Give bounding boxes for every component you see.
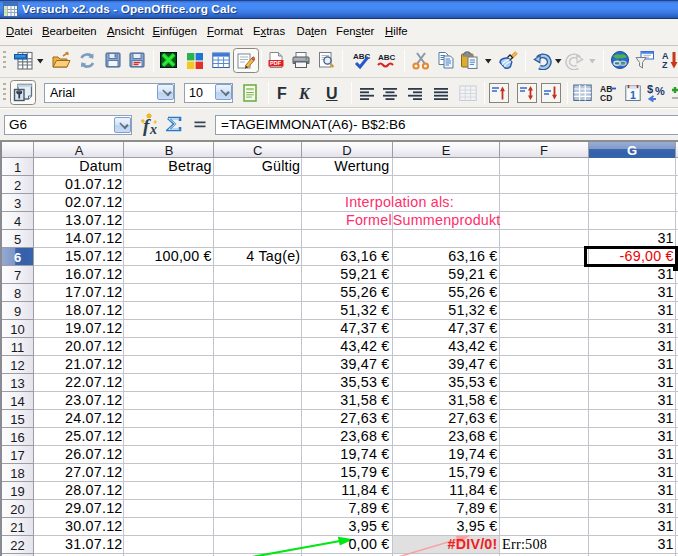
- svg-text:ABC: ABC: [378, 53, 396, 62]
- svg-text:x: x: [149, 122, 157, 137]
- svg-text:$: $: [647, 83, 653, 95]
- svg-text:ABC: ABC: [353, 52, 371, 61]
- svg-text:1: 1: [630, 89, 636, 101]
- svg-text:%: %: [655, 85, 665, 97]
- svg-text:CD: CD: [600, 93, 612, 102]
- svg-text:Z: Z: [662, 60, 668, 70]
- svg-text:PDF: PDF: [270, 60, 282, 66]
